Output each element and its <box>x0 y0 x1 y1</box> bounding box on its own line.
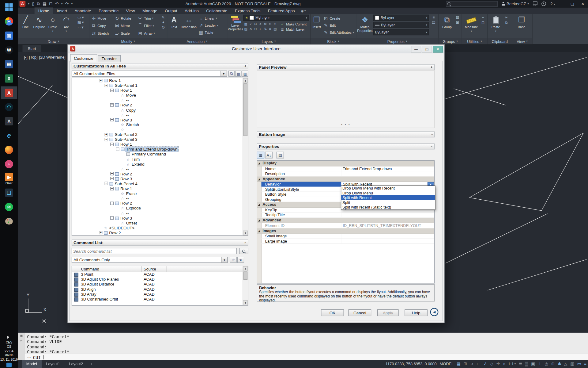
property-row-name[interactable]: NameTrim and Extend Drop-down <box>257 166 434 171</box>
transparency-icon[interactable]: ▒ <box>525 362 528 366</box>
tree-item-row-2[interactable]: −Row 2 <box>72 103 248 108</box>
group-button[interactable]: ⧉Group <box>440 15 454 38</box>
tree-item-sub-panel-3[interactable]: −Sub-Panel 3 <box>72 137 248 142</box>
grid-icon[interactable]: ▦ <box>457 362 461 366</box>
move-button[interactable]: ✛Move <box>90 15 114 22</box>
property-value[interactable]: ID_RBN_SPLITBTN_TRIMEXTENDFLYOUT <box>341 223 434 228</box>
explode-icon[interactable]: ✦ <box>162 20 165 24</box>
panel-preview-header[interactable]: Panel Preview« <box>257 64 435 70</box>
redo-icon[interactable]: ↷ <box>65 1 69 6</box>
ribbon-tab-view[interactable]: View <box>122 7 138 14</box>
linear-button[interactable]: ↔Linear▾ <box>198 15 219 22</box>
polyline-button[interactable]: ∿Polyline <box>33 15 46 38</box>
property-row-element-id[interactable]: Element IDID_RBN_SPLITBTN_TRIMEXTENDFLYO… <box>257 223 434 228</box>
customization-icon[interactable]: ≡ <box>584 362 586 366</box>
line-button[interactable]: ╱Line <box>19 15 32 38</box>
tree-item-[interactable]: ☆-- <box>72 113 248 117</box>
undo-icon[interactable]: ↶ <box>55 1 58 6</box>
ribbon-tab-parametric[interactable]: Parametric <box>95 7 123 14</box>
hatch-flyout-icon[interactable]: ▩ ▾ <box>77 20 84 24</box>
layer-tool-icon-8[interactable]: ✕ <box>248 27 253 32</box>
paste-button[interactable]: Paste▾ <box>489 15 503 38</box>
taskbar-app-maya-app[interactable]: ◠ <box>1 101 17 113</box>
circle-button[interactable]: ○Circle▾ <box>46 15 59 38</box>
edit-block-button[interactable]: ✎Edit <box>322 22 355 29</box>
tree-item-offset[interactable]: ☆Offset <box>72 221 248 226</box>
tree-item-slideout[interactable]: ☆<SLIDEOUT> <box>72 226 248 231</box>
array-button[interactable]: ⊞Array▾ <box>137 30 160 37</box>
object-color-combo[interactable]: ByLayer▾ <box>373 15 429 21</box>
new-drawing-icon[interactable]: ▯ <box>32 1 34 6</box>
layer-tool-icon-9[interactable]: ⊙ <box>253 27 258 32</box>
taskbar-app-player[interactable]: ▶Player <box>1 172 17 185</box>
button-image-header[interactable]: Button Image« <box>257 132 435 138</box>
layer-select-combo[interactable]: ☀ MyLayer ▾ <box>243 15 309 21</box>
infer-constraints-icon[interactable]: ⊿ <box>470 362 473 366</box>
tree-item-[interactable]: ☆-- <box>72 211 248 216</box>
fillet-button[interactable]: ⌒Fillet▾ <box>137 22 160 29</box>
save-all-icon[interactable]: ▥ <box>242 71 248 77</box>
group-edit-icon[interactable]: ⊞ <box>456 20 459 24</box>
ribbon-tab-manage[interactable]: Manage <box>139 7 161 14</box>
command-grip-icon[interactable]: ▦ <box>20 334 22 338</box>
circle-flyout-icon[interactable]: ▾ <box>52 29 53 33</box>
tree-expander-icon[interactable]: − <box>110 103 114 107</box>
command-row-3-point[interactable]: 3 PointACAD <box>72 272 243 277</box>
property-value[interactable] <box>341 239 434 244</box>
layer-tool-icon-0[interactable]: ▦ <box>243 22 248 27</box>
alphabetical-sort-icon[interactable]: A↓ <box>265 152 273 159</box>
property-row-tooltip-title[interactable]: Tooltip Title <box>257 213 434 218</box>
tree-expander-icon[interactable]: − <box>110 216 114 220</box>
create-block-button[interactable]: ⊡Create <box>322 15 355 22</box>
tree-item-extend[interactable]: ☆Extend <box>72 162 248 167</box>
property-category-advanced[interactable]: ◢Advanced <box>257 218 434 223</box>
tab-customize[interactable]: Customize <box>70 55 97 62</box>
cut-icon[interactable]: ✂ <box>505 15 508 19</box>
polar-tracking-icon[interactable]: ∠ <box>484 362 487 366</box>
layer-tool-icon-10[interactable]: ◐ <box>258 27 263 32</box>
tree-item-stretch[interactable]: ☆Stretch <box>72 122 248 127</box>
snap-mode-icon[interactable]: ⊞ <box>464 362 467 366</box>
taskbar-app-word[interactable]: W <box>1 58 17 71</box>
leader-flyout-icon[interactable]: ▾ <box>217 24 218 27</box>
cancel-button[interactable]: Cancel <box>349 309 371 316</box>
dialog-title-bar[interactable]: Customize User Interface A — ▢ ✕ <box>68 45 444 53</box>
tree-item-trim-and-extend-drop-down[interactable]: −Trim and Extend Drop-down <box>72 147 248 152</box>
tree-item-row-1[interactable]: −Row 1 <box>72 88 248 93</box>
layer-properties-button[interactable]: Layer Properties <box>228 15 243 38</box>
property-value[interactable] <box>341 234 434 239</box>
tree-expander-icon[interactable]: − <box>110 187 114 190</box>
command-search-input[interactable] <box>72 248 237 254</box>
model-space-indicator[interactable]: MODEL <box>440 362 454 366</box>
lineweight-icon[interactable]: ≣ <box>519 362 522 366</box>
app-menu-arrow-icon[interactable]: ▾ <box>28 2 29 5</box>
boundary-flyout-icon[interactable]: ▱ ▾ <box>78 25 84 29</box>
layer-tool-icon-13[interactable]: ▤ <box>273 27 277 32</box>
tree-expander-icon[interactable]: − <box>110 143 114 146</box>
ribbon-tab-output[interactable]: Output <box>161 7 181 14</box>
command-table-scrollbar[interactable]: ▲ ▼ <box>243 266 248 305</box>
tree-item-[interactable]: ☆-- <box>72 127 248 132</box>
collapse-chevron-icon[interactable]: « <box>243 65 247 67</box>
linetype-combo[interactable]: ByLayer▾ <box>373 29 429 35</box>
match-layer-button[interactable]: ≣Match Layer <box>279 27 307 32</box>
annotation-monitor-icon[interactable]: △ <box>564 362 567 366</box>
arc-button[interactable]: ◠Arc▾ <box>60 15 73 38</box>
scroll-down-icon[interactable]: ▼ <box>243 301 248 305</box>
layer-tool-icon-3[interactable]: ☀ <box>258 22 263 27</box>
quick-calc-icon[interactable]: ⊡ <box>481 21 484 25</box>
tree-item-primary-command[interactable]: Primary Command <box>72 152 248 157</box>
application-menu-button[interactable]: A <box>20 1 26 7</box>
lineweight-combo[interactable]: ByLayer▾ <box>373 22 429 28</box>
coordinates-readout[interactable]: 1170.0238, 758.6953, 0.0000 <box>386 362 437 366</box>
tree-item-erase[interactable]: ☆Erase <box>72 191 248 196</box>
trim-button[interactable]: ✂Trim▾ <box>137 15 160 22</box>
tree-expander-icon[interactable]: − <box>105 138 108 141</box>
tree-item-sub-panel-4[interactable]: −Sub-Panel 4 <box>72 181 248 186</box>
text-button[interactable]: AText <box>168 15 180 38</box>
close-button[interactable]: ✕ <box>578 0 588 7</box>
arc-flyout-icon[interactable]: ▾ <box>66 29 67 33</box>
find-command-icon[interactable]: ☆ <box>230 257 237 263</box>
scale-button[interactable]: ▱Scale <box>114 30 137 37</box>
array-flyout-icon[interactable]: ▾ <box>154 32 155 35</box>
